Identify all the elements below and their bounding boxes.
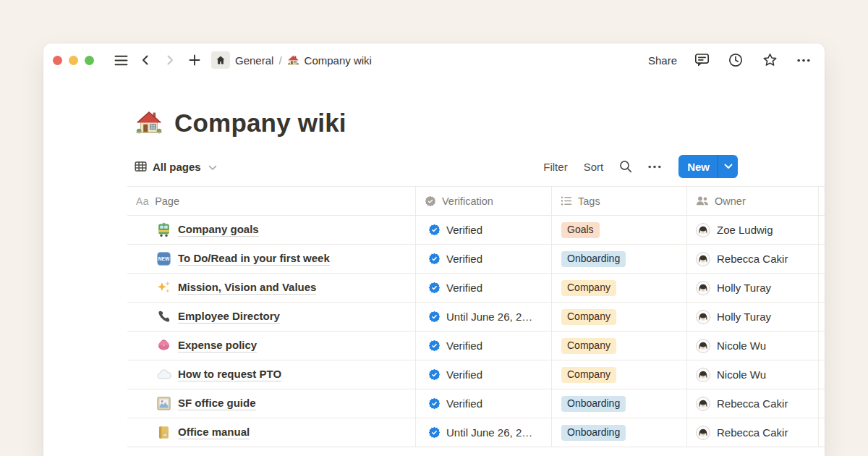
page-cell[interactable]: Office manual bbox=[127, 418, 416, 447]
filter-button[interactable]: Filter bbox=[543, 161, 567, 173]
column-header-owner[interactable]: Owner bbox=[687, 187, 819, 215]
new-page-button[interactable] bbox=[185, 51, 204, 69]
table-row[interactable]: Company goals Verified Goals Zoe Ludwig bbox=[127, 215, 825, 244]
table-row[interactable]: SF office guide Verified Onboarding Rebe… bbox=[127, 389, 825, 418]
new-button-chevron-icon[interactable] bbox=[718, 155, 738, 178]
owner-cell[interactable]: Holly Turay bbox=[687, 274, 819, 302]
tag-pill[interactable]: Onboarding bbox=[561, 396, 626, 412]
tag-pill[interactable]: Company bbox=[561, 280, 616, 296]
verification-cell[interactable]: Until June 26, 2… bbox=[416, 418, 552, 447]
verification-value: Verified bbox=[446, 397, 482, 410]
search-icon[interactable] bbox=[619, 160, 632, 173]
owner-cell[interactable]: Rebecca Cakir bbox=[687, 245, 819, 273]
page-link[interactable]: Office manual bbox=[178, 426, 250, 439]
page-link[interactable]: Employee Directory bbox=[178, 310, 280, 324]
table-row[interactable]: Office manual Until June 26, 2… Onboardi… bbox=[127, 418, 825, 447]
page-link[interactable]: Company goals bbox=[178, 223, 259, 237]
table-row[interactable]: Mission, Vision and Values Verified Comp… bbox=[127, 273, 825, 302]
table-view-icon bbox=[135, 161, 147, 172]
verification-cell[interactable]: Verified bbox=[416, 216, 552, 244]
page-cell[interactable]: NEW To Do/Read in your first week bbox=[127, 245, 416, 273]
verification-cell[interactable]: Until June 26, 2… bbox=[416, 303, 552, 331]
owner-name: Nicole Wu bbox=[717, 339, 766, 352]
comments-icon[interactable] bbox=[692, 51, 711, 69]
tags-cell[interactable]: Company bbox=[552, 303, 687, 331]
verification-cell[interactable]: Verified bbox=[416, 245, 552, 273]
column-header-page[interactable]: Aa Page bbox=[127, 187, 416, 215]
favorite-star-icon[interactable] bbox=[760, 51, 779, 69]
owner-avatar bbox=[696, 426, 710, 440]
tags-cell[interactable]: Onboarding bbox=[552, 389, 687, 418]
minimize-window-button[interactable] bbox=[69, 56, 78, 65]
verified-badge-icon bbox=[428, 311, 441, 323]
column-header-verification[interactable]: Verification bbox=[416, 187, 552, 215]
breadcrumb-teamspace[interactable]: General bbox=[235, 54, 273, 67]
tag-pill[interactable]: Onboarding bbox=[561, 425, 626, 441]
owner-cell[interactable]: Nicole Wu bbox=[687, 360, 819, 389]
tags-cell[interactable]: Company bbox=[552, 360, 687, 389]
page-title[interactable]: Company wiki bbox=[174, 109, 346, 138]
tag-pill[interactable]: Company bbox=[561, 367, 616, 383]
close-window-button[interactable] bbox=[53, 56, 62, 65]
page-link[interactable]: How to request PTO bbox=[178, 368, 281, 381]
page-cell[interactable]: How to request PTO bbox=[127, 360, 416, 389]
verification-cell[interactable]: Verified bbox=[416, 332, 552, 360]
page-link[interactable]: SF office guide bbox=[178, 397, 256, 410]
forward-button[interactable] bbox=[161, 51, 179, 69]
owner-name: Rebecca Cakir bbox=[717, 426, 788, 439]
sidebar-menu-icon[interactable] bbox=[111, 51, 130, 69]
page-emoji-icon bbox=[156, 310, 171, 324]
page-emoji-icon bbox=[156, 338, 171, 353]
page-cell[interactable]: SF office guide bbox=[127, 389, 416, 418]
owner-cell[interactable]: Rebecca Cakir bbox=[687, 418, 819, 447]
updates-clock-icon[interactable] bbox=[726, 51, 745, 69]
page-emoji-icon bbox=[156, 222, 171, 237]
verification-cell[interactable]: Verified bbox=[416, 360, 552, 389]
page-link[interactable]: Expense policy bbox=[178, 339, 257, 352]
owner-cell[interactable]: Nicole Wu bbox=[687, 332, 819, 360]
text-property-icon: Aa bbox=[136, 195, 149, 207]
more-options-icon[interactable] bbox=[794, 51, 813, 69]
tags-cell[interactable]: Onboarding bbox=[552, 418, 687, 447]
owner-cell[interactable]: Rebecca Cakir bbox=[687, 389, 819, 418]
verification-value: Verified bbox=[446, 224, 482, 236]
share-button[interactable]: Share bbox=[648, 54, 677, 67]
page-cell[interactable]: Mission, Vision and Values bbox=[127, 274, 416, 302]
page-cell[interactable]: Company goals bbox=[127, 216, 416, 244]
tags-cell[interactable]: Company bbox=[552, 274, 687, 302]
teamspace-home-icon[interactable] bbox=[211, 51, 230, 69]
wiki-database-table: Aa Page Verification Tags Owner Company … bbox=[127, 186, 825, 447]
tags-cell[interactable]: Company bbox=[552, 332, 687, 360]
verified-badge-icon bbox=[428, 253, 441, 265]
owner-avatar bbox=[696, 397, 710, 411]
tag-pill[interactable]: Company bbox=[561, 338, 616, 354]
new-button[interactable]: New bbox=[678, 155, 718, 178]
owner-cell[interactable]: Zoe Ludwig bbox=[687, 216, 819, 244]
column-header-tags[interactable]: Tags bbox=[552, 187, 687, 215]
table-row[interactable]: How to request PTO Verified Company Nico… bbox=[127, 360, 825, 389]
verification-cell[interactable]: Verified bbox=[416, 274, 552, 302]
sort-button[interactable]: Sort bbox=[584, 161, 604, 173]
breadcrumb-page[interactable]: Company wiki bbox=[305, 54, 372, 67]
tags-cell[interactable]: Goals bbox=[552, 216, 687, 244]
table-row[interactable]: NEW To Do/Read in your first week Verifi… bbox=[127, 244, 825, 273]
tag-pill[interactable]: Company bbox=[561, 309, 616, 325]
back-button[interactable] bbox=[136, 51, 155, 69]
zoom-window-button[interactable] bbox=[85, 56, 94, 65]
page-cell[interactable]: Expense policy bbox=[127, 332, 416, 360]
page-link[interactable]: To Do/Read in your first week bbox=[178, 252, 330, 266]
tag-pill[interactable]: Onboarding bbox=[561, 251, 626, 267]
page-cell[interactable]: Employee Directory bbox=[127, 303, 416, 331]
view-more-icon[interactable] bbox=[648, 165, 661, 169]
verification-cell[interactable]: Verified bbox=[416, 389, 552, 418]
tags-cell[interactable]: Onboarding bbox=[552, 245, 687, 273]
owner-cell[interactable]: Holly Turay bbox=[687, 303, 819, 331]
view-switcher-all-pages[interactable]: All pages bbox=[135, 161, 217, 173]
table-row[interactable]: Expense policy Verified Company Nicole W… bbox=[127, 331, 825, 360]
page-emoji-house-icon[interactable] bbox=[135, 109, 163, 138]
table-header-row: Aa Page Verification Tags Owner bbox=[127, 186, 825, 215]
page-link[interactable]: Mission, Vision and Values bbox=[178, 281, 316, 295]
column-label: Tags bbox=[578, 195, 600, 207]
tag-pill[interactable]: Goals bbox=[561, 222, 600, 238]
table-row[interactable]: Employee Directory Until June 26, 2… Com… bbox=[127, 302, 825, 331]
